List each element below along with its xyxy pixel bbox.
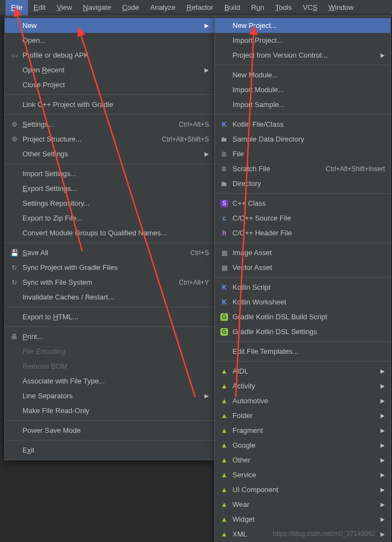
- new-menu-edit-file-templates[interactable]: Edit File Templates...: [215, 344, 390, 359]
- new-menu-google[interactable]: ▲Google▶: [215, 438, 390, 453]
- new-menu-service[interactable]: ▲Service▶: [215, 467, 390, 482]
- new-menu-new-module[interactable]: New Module...: [215, 67, 390, 82]
- menu-item-analyze[interactable]: Analyze: [145, 0, 181, 15]
- file-menu-open-recent[interactable]: Open Recent▶: [5, 63, 214, 77]
- new-menu-vector-asset[interactable]: ▦Vector Asset: [215, 260, 390, 275]
- file-menu-associate-with-file-type[interactable]: Associate with File Type...: [5, 374, 214, 388]
- new-menu-ui-component[interactable]: ▲UI Component▶: [215, 482, 390, 497]
- menu-item-label: Open...: [22, 36, 209, 44]
- blank-icon: [219, 21, 229, 31]
- blank-icon: [9, 65, 19, 75]
- file-menu-close-project[interactable]: Close Project: [5, 77, 214, 92]
- menu-item-code[interactable]: Code: [117, 0, 145, 15]
- menu-item-label: UI Component: [232, 485, 376, 494]
- new-menu-fragment[interactable]: ▲Fragment▶: [215, 423, 390, 438]
- new-menu-wear[interactable]: ▲Wear▶: [215, 497, 390, 512]
- file-menu-file-encoding: File Encoding: [5, 344, 214, 359]
- new-menu-c-c-source-file[interactable]: cC/C++ Source File: [215, 211, 390, 225]
- file-menu-invalidate-caches-restart[interactable]: Invalidate Caches / Restart...: [5, 290, 214, 304]
- new-menu-new-project[interactable]: New Project...: [215, 18, 390, 33]
- new-menu-image-asset[interactable]: ▦Image Asset: [215, 245, 390, 260]
- file-menu-sync-project-with-gradle-files[interactable]: ↻Sync Project with Gradle Files: [5, 260, 214, 275]
- menu-item-label: New: [22, 21, 200, 30]
- menu-item-file[interactable]: File: [5, 0, 28, 15]
- new-menu-directory[interactable]: 🖿Directory: [215, 176, 390, 191]
- menu-item-build[interactable]: Build: [219, 0, 246, 15]
- new-menu-aidl[interactable]: ▲AIDL▶: [215, 364, 390, 379]
- separator: [5, 440, 214, 441]
- file-menu-other-settings[interactable]: Other Settings▶: [5, 146, 214, 161]
- chevron-right-icon: ▶: [380, 368, 385, 374]
- menu-item-label: Settings Repository...: [22, 199, 209, 207]
- new-menu-other[interactable]: ▲Other▶: [215, 453, 390, 467]
- new-menu-activity[interactable]: ▲Activity▶: [215, 379, 390, 393]
- file-menu-exit[interactable]: Exit: [5, 443, 214, 458]
- file-menu-line-separators[interactable]: Line Separators▶: [5, 388, 214, 403]
- file-menu-save-all[interactable]: 💾Save AllCtrl+S: [5, 245, 214, 260]
- menu-item-label: C++ Class: [232, 199, 385, 207]
- file-menu-export-to-zip-file[interactable]: Export to Zip File...: [5, 211, 214, 225]
- new-menu-project-from-version-control[interactable]: Project from Version Control...▶: [215, 48, 390, 63]
- new-menu-gradle-kotlin-dsl-settings[interactable]: GGradle Kotlin DSL Settings: [215, 324, 390, 339]
- file-menu-project-structure[interactable]: ⚙Project Structure...Ctrl+Alt+Shift+S: [5, 132, 214, 146]
- menu-item-run[interactable]: Run: [246, 0, 270, 15]
- file-menu-settings[interactable]: ⚙Settings...Ctrl+Alt+S: [5, 117, 214, 132]
- file-menu-settings-repository[interactable]: Settings Repository...: [5, 196, 214, 211]
- folder-icon: 🖿: [219, 179, 229, 189]
- menu-item-label: Import Module...: [232, 86, 385, 94]
- file-menu-sync-with-file-system[interactable]: ↻Sync with File SystemCtrl+Alt+Y: [5, 275, 214, 290]
- menu-item-label: Export Settings...: [22, 184, 209, 193]
- new-menu-widget[interactable]: ▲Widget▶: [215, 512, 390, 527]
- new-menu-import-project[interactable]: Import Project...: [215, 33, 390, 48]
- separator: [215, 277, 390, 278]
- menu-item-edit[interactable]: Edit: [28, 0, 51, 15]
- menu-item-label: Kotlin File/Class: [232, 120, 385, 128]
- menu-item-navigate[interactable]: Navigate: [77, 0, 116, 15]
- new-menu-c-c-header-file[interactable]: hC/C++ Header File: [215, 225, 390, 240]
- menu-item-view[interactable]: View: [51, 0, 77, 15]
- menu-item-label: Widget: [232, 515, 376, 523]
- file-menu-profile-or-debug-apk[interactable]: ▭Profile or debug APK: [5, 48, 214, 63]
- new-menu-folder[interactable]: ▲Folder▶: [215, 408, 390, 423]
- file-menu-make-file-read-only[interactable]: Make File Read-Only: [5, 403, 214, 418]
- menu-item-label: Power Save Mode: [22, 426, 209, 434]
- new-menu-gradle-kotlin-dsl-build-script[interactable]: GGradle Kotlin DSL Build Script: [215, 309, 390, 324]
- menu-item-refactor[interactable]: Refactor: [181, 0, 219, 15]
- file-menu-new[interactable]: New▶: [5, 18, 214, 33]
- new-menu-import-module[interactable]: Import Module...: [215, 82, 390, 97]
- menu-item-label: Import Project...: [232, 36, 385, 44]
- new-menu-sample-data-directory[interactable]: 🖿Sample Data Directory: [215, 132, 390, 146]
- menu-item-label: Profile or debug APK: [22, 51, 209, 59]
- android-icon: ▲: [219, 396, 229, 406]
- new-menu-kotlin-worksheet[interactable]: KKotlin Worksheet: [215, 295, 390, 309]
- separator: [215, 65, 390, 65]
- menu-item-label: Invalidate Caches / Restart...: [22, 293, 209, 301]
- kotlin-icon: K: [219, 120, 229, 129]
- print-icon: 🖶: [9, 332, 19, 342]
- file-menu-print[interactable]: 🖶Print...: [5, 329, 214, 344]
- menu-item-label: Import Settings...: [22, 170, 209, 178]
- chevron-right-icon: ▶: [380, 487, 385, 493]
- image-icon: ▦: [219, 263, 229, 273]
- new-menu-scratch-file[interactable]: 🗎Scratch FileCtrl+Alt+Shift+Insert: [215, 161, 390, 176]
- file-menu-export-to-html[interactable]: Export to HTML...: [5, 309, 214, 324]
- file-menu-convert-module-groups-to-qualified-names[interactable]: Convert Module Groups to Qualified Names…: [5, 225, 214, 240]
- menu-item-label: Kotlin Worksheet: [232, 298, 385, 306]
- new-menu-automotive[interactable]: ▲Automotive▶: [215, 393, 390, 408]
- new-menu-import-sample[interactable]: Import Sample...: [215, 97, 390, 112]
- file-menu-export-settings[interactable]: Export Settings...: [5, 181, 214, 196]
- menu-item-window[interactable]: Window: [323, 0, 359, 15]
- folder-icon: 🖿: [219, 134, 229, 144]
- file-menu-open[interactable]: Open...: [5, 33, 214, 48]
- new-menu-file[interactable]: 🗎File: [215, 146, 390, 161]
- file-menu-link-c-project-with-gradle[interactable]: Link C++ Project with Gradle: [5, 97, 214, 112]
- menu-item-vcs[interactable]: VCS: [297, 0, 323, 15]
- separator: [5, 420, 214, 421]
- menu-item-label: Vector Asset: [232, 263, 385, 272]
- menu-item-tools[interactable]: Tools: [270, 0, 297, 15]
- file-menu-power-save-mode[interactable]: Power Save Mode: [5, 423, 214, 438]
- new-menu-kotlin-file-class[interactable]: KKotlin File/Class: [215, 117, 390, 132]
- file-menu-import-settings[interactable]: Import Settings...: [5, 166, 214, 181]
- new-menu-c-class[interactable]: SC++ Class: [215, 196, 390, 211]
- new-menu-kotlin-script[interactable]: KKotlin Script: [215, 280, 390, 295]
